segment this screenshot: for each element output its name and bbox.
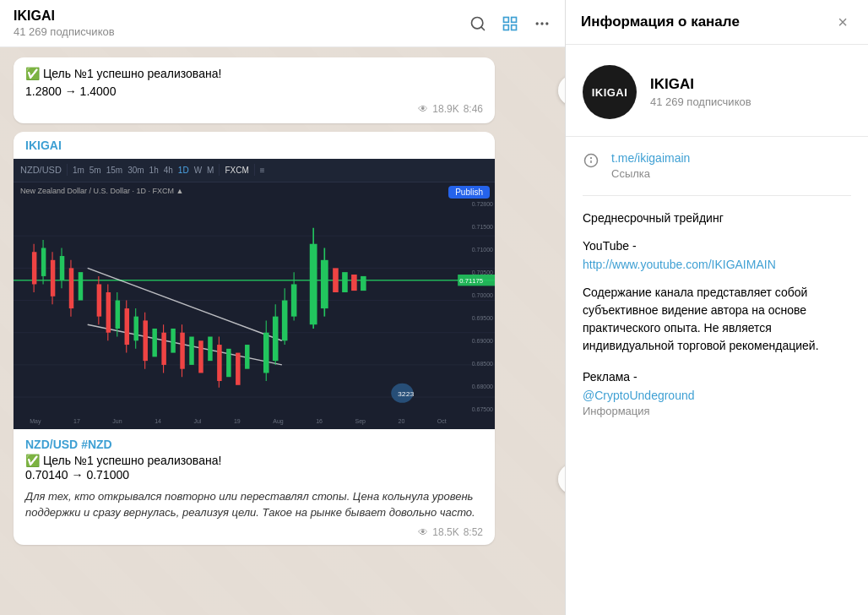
svg-text:3223: 3223 <box>398 391 415 398</box>
profile-name: IKIGAI <box>650 76 751 93</box>
chart-subtitle: New Zealand Dollar / U.S. Dollar · 1D · … <box>20 186 183 195</box>
close-icon[interactable]: × <box>833 12 853 32</box>
youtube-label: YouTube - <box>583 237 851 255</box>
msg1-title: ✅ Цель №1 успешно реализована! <box>25 66 483 83</box>
svg-rect-46 <box>171 329 175 353</box>
more-icon[interactable] <box>533 14 551 33</box>
share-button-1[interactable] <box>558 75 565 106</box>
ads-sub: Информация <box>583 405 851 417</box>
youtube-row: YouTube - http://www.youtube.com/IKIGAIM… <box>583 237 851 272</box>
msg2-price: 0.70140 → 0.71000 <box>25 468 483 482</box>
ads-row: Реклама - @CryptoUndeground Информация <box>583 368 851 417</box>
msg2-ticker: NZD/USD #NZD <box>25 438 483 451</box>
svg-point-6 <box>536 22 539 24</box>
link-content: t.me/ikigaimain Ссылка <box>611 150 851 180</box>
svg-rect-26 <box>60 256 64 280</box>
pair-label: NZD/USD <box>20 165 62 175</box>
divider-1 <box>583 195 851 196</box>
svg-rect-51 <box>208 337 212 362</box>
link-row: t.me/ikigaimain Ссылка <box>583 150 851 180</box>
profile-row: IKIGAI IKIGAI 41 269 подписчиков <box>583 65 851 119</box>
profile-info: IKIGAI 41 269 подписчиков <box>650 76 751 108</box>
disclaimer: Содержание канала представляет собой суб… <box>583 284 851 355</box>
msg1-meta: 👁 18.9K 8:46 <box>25 103 483 115</box>
share-button-2[interactable] <box>558 464 565 494</box>
right-panel: Информация о канале × IKIGAI IKIGAI 41 2… <box>566 0 868 615</box>
svg-rect-72 <box>361 276 366 291</box>
svg-rect-50 <box>198 341 203 373</box>
channel-header: IKIGAI 41 269 подписчиков <box>0 0 565 47</box>
layout-icon[interactable] <box>501 14 519 33</box>
msg1-time: 8:46 <box>464 103 483 115</box>
avatar: IKIGAI <box>583 65 637 119</box>
chart-body: New Zealand Dollar / U.S. Dollar · 1D · … <box>14 182 495 429</box>
msg2-meta: 👁 18.5K 8:52 <box>25 526 483 538</box>
svg-rect-55 <box>236 353 240 385</box>
svg-point-8 <box>545 22 548 24</box>
chart-toolbar: NZD/USD 1m 5m 15m 30m 1h 4h 1D W M <box>14 159 495 182</box>
msg1-views: 18.9K <box>432 103 458 115</box>
svg-rect-70 <box>342 273 348 293</box>
search-icon[interactable] <box>469 14 487 33</box>
svg-rect-49 <box>189 337 193 365</box>
msg2-goal: ✅ Цель №1 успешно реализована! <box>25 454 483 467</box>
channel-profile: IKIGAI IKIGAI 41 269 подписчиков <box>566 45 868 137</box>
channel-subs-left: 41 269 подписчиков <box>14 25 469 38</box>
right-header: Информация о канале × <box>566 0 868 45</box>
link-label: Ссылка <box>611 167 851 180</box>
right-title: Информация о канале <box>581 14 740 30</box>
youtube-url[interactable]: http://www.youtube.com/IKIGAIMAIN <box>583 258 776 271</box>
svg-point-7 <box>540 22 543 24</box>
message-1: ✅ Цель №1 успешно реализована! 1.2800 → … <box>14 57 495 123</box>
message-2: IKIGAI NZD/USD 1m 5m 15m 30m 1h 4h <box>14 132 495 545</box>
description1: Среднесрочный трейдинг <box>583 210 851 227</box>
svg-rect-5 <box>512 24 517 30</box>
publish-button[interactable]: Publish <box>448 186 490 199</box>
channel-link[interactable]: t.me/ikigaimain <box>611 151 690 165</box>
views-icon-2: 👁 <box>418 526 428 538</box>
svg-rect-43 <box>152 329 156 356</box>
svg-rect-33 <box>106 292 111 333</box>
channel-info: IKIGAI 41 269 подписчиков <box>14 8 469 38</box>
svg-rect-4 <box>504 24 509 30</box>
views-icon-1: 👁 <box>418 103 428 115</box>
ads-label: Реклама - <box>583 368 851 386</box>
info-icon <box>583 152 599 169</box>
messages-area[interactable]: 🎉 🏆 💎 🚀 ⭐ ✅ Цель №1 успешно реализована!… <box>0 47 565 615</box>
msg2-italic: Для тех, кто открывался повторно или пер… <box>25 488 483 521</box>
msg2-text-area: NZD/USD #NZD ✅ Цель №1 успешно реализова… <box>14 429 495 545</box>
ads-link[interactable]: @CryptoUndeground <box>583 389 695 402</box>
msg2-time: 8:52 <box>464 526 483 538</box>
msg2-sender-row: IKIGAI <box>14 132 495 159</box>
svg-rect-71 <box>351 275 357 291</box>
left-panel: IKIGAI 41 269 подписчиков 🎉 🏆 💎 🚀 ⭐ <box>0 0 566 615</box>
svg-rect-2 <box>504 17 509 22</box>
svg-rect-3 <box>512 17 517 22</box>
channel-details: t.me/ikigaimain Ссылка Среднесрочный тре… <box>566 137 868 615</box>
msg2-sender: IKIGAI <box>25 139 483 152</box>
svg-rect-54 <box>226 349 231 377</box>
msg1-price: 1.2800 → 1.4000 <box>25 84 483 98</box>
header-icons <box>469 14 551 33</box>
channel-name: IKIGAI <box>14 8 469 24</box>
svg-rect-30 <box>79 273 83 301</box>
svg-rect-56 <box>245 345 249 369</box>
msg2-views: 18.5K <box>432 526 458 538</box>
profile-subs: 41 269 подписчиков <box>650 95 751 108</box>
chart-image: NZD/USD 1m 5m 15m 30m 1h 4h 1D W M <box>14 159 495 429</box>
svg-rect-69 <box>333 269 339 293</box>
svg-line-1 <box>481 26 485 30</box>
